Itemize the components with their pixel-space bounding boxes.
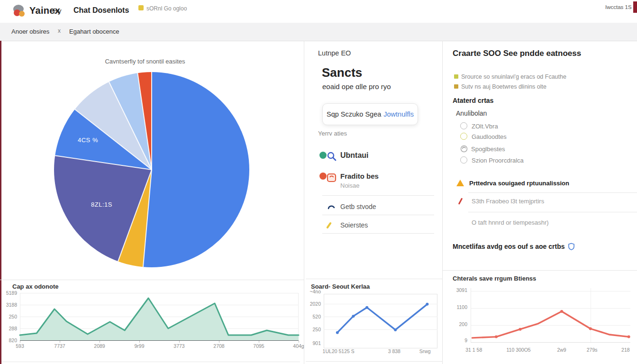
- warning-label: Prttedrva souigaed rptuunalission: [469, 180, 569, 187]
- x-tick-label: 9r99: [134, 343, 144, 349]
- warning-triangle-icon: [456, 179, 464, 187]
- legend-section-label: Yerrv aties: [318, 130, 347, 137]
- axis-tick: [60, 341, 60, 343]
- menu-item-chat[interactable]: Chat Dosenlots: [73, 6, 129, 15]
- axis-tick: [259, 341, 259, 343]
- radio-option-2[interactable]: Gaudloodtes: [460, 133, 507, 140]
- corner-accent: [633, 1, 637, 13]
- slash-row-label: S3th Fraobeo l3t temjprtirs: [472, 198, 544, 205]
- menu-item-by[interactable]: By: [53, 7, 62, 15]
- bullet-row-2: Sutv ns auj Boetwres dlinins olte: [454, 83, 546, 90]
- shield-icon: [568, 243, 575, 250]
- tab-second[interactable]: Egahart obocence: [69, 28, 119, 35]
- y-tick-label: 250: [4, 314, 17, 319]
- y-tick-label: 250: [306, 327, 321, 332]
- axis-tick: [20, 341, 20, 343]
- x-tick-label: Srwg: [419, 348, 431, 354]
- y-tick-label: 1100: [446, 304, 467, 310]
- journal-button-text: Sqp Sczuko Sgea: [327, 110, 381, 118]
- x-tick-label: 404g: [293, 343, 304, 349]
- chart-line: [324, 294, 437, 348]
- header: Yainex By Chat Dosenlots sORnl Go ogloo …: [0, 0, 637, 23]
- legend-item-1[interactable]: Ubntaui: [318, 151, 437, 163]
- pie-slice-label: 4CS %: [78, 136, 98, 144]
- legend-divider: [322, 195, 434, 196]
- slash-row[interactable]: S3th Fraobeo l3t temjprtirs: [456, 198, 627, 207]
- x-tick-label: 279s: [587, 347, 598, 353]
- warning-row[interactable]: Prttedrva souigaed rptuunalission: [456, 179, 464, 189]
- chart-line: [471, 288, 630, 342]
- x-tick-label: 7095: [253, 343, 264, 349]
- legend-divider: [322, 233, 434, 234]
- radio-option-1[interactable]: ZOlt.Vbra: [460, 122, 498, 130]
- legend-item-label: Fradito bes: [340, 172, 379, 180]
- y-tick-label: 5189: [4, 290, 17, 296]
- x-tick-label: 31 1 58: [465, 347, 482, 353]
- pie-slice-label: 8ZL:1S: [91, 201, 112, 208]
- x-tick-label: 2708: [213, 343, 224, 349]
- radio-option-3[interactable]: Spoglbestes: [460, 145, 505, 153]
- bullet-row-1: Srource so snuinlavi'g eracs od Fcauthe: [454, 73, 566, 80]
- radio-icon[interactable]: [460, 133, 467, 140]
- legend-item-label: Getb stvode: [340, 203, 376, 210]
- y-tick-label: 2020: [306, 301, 321, 307]
- y-tick-label: 3188: [4, 302, 17, 308]
- legend-item-sublabel: Noisae: [340, 182, 359, 189]
- legend-divider: [322, 215, 434, 215]
- y-tick-label: 901: [306, 340, 321, 346]
- radio-icon[interactable]: [460, 122, 467, 129]
- left-edge-accent: [0, 41, 1, 364]
- journal-button[interactable]: Sqp Sczuko Sgea Jowtnulfls: [322, 103, 418, 125]
- radio-label: Spoglbestes: [471, 146, 505, 153]
- x-tick-label: 3773: [173, 343, 184, 349]
- tab-bar: Anoer obsires x Egahart obocence: [0, 23, 637, 41]
- journal-button-link[interactable]: Jowtnulfls: [383, 110, 414, 118]
- radio-group-label: Anulibolan: [456, 109, 487, 117]
- line-chart-right: Chterals save rrgum Btienss 309111002009…: [446, 271, 637, 359]
- right-divider: [468, 212, 637, 212]
- plain-row-label: O taft hnnrd or tiempesashr): [472, 219, 549, 226]
- bag-icon: [326, 172, 337, 185]
- chart-title: Cap ax odonote: [12, 283, 59, 290]
- radio-clock-icon[interactable]: [460, 145, 468, 153]
- legend-item-label: Ubntaui: [340, 151, 369, 160]
- alerted-label: Ataterd crtas: [453, 97, 493, 104]
- bullet-square-icon: [454, 74, 458, 79]
- yandex-logo-icon: [13, 5, 26, 17]
- divider-vertical-1: [304, 41, 304, 364]
- x-tick-label: 218: [621, 347, 630, 353]
- radio-label: Gaudloodtes: [472, 133, 507, 140]
- divider-left-bottom: [0, 280, 304, 280]
- middle-subheading: eoaid ope αlle pro ryo: [322, 82, 391, 91]
- magnifier-icon: [326, 151, 337, 164]
- divider-mid-bottom: [306, 279, 442, 279]
- middle-heading: Sancts: [322, 65, 362, 80]
- bullet-label: Sutv ns auj Boetwres dlinins olte: [461, 83, 546, 90]
- legend-item-4[interactable]: Soierstes: [318, 221, 437, 231]
- x-tick-label: 2089: [94, 343, 105, 349]
- y-tick-label: 200: [446, 321, 467, 327]
- legend-item-3[interactable]: Getb stvode: [318, 202, 437, 213]
- footer-link[interactable]: Mncetlifas avdg eos ouf s aoe crtbs: [453, 243, 575, 250]
- chart-line: [20, 293, 299, 340]
- middle-kicker: Lutnpe EO: [318, 49, 351, 57]
- footer-label: Mncetlifas avdg eos ouf s aoe crtbs: [453, 243, 565, 250]
- yellow-square-icon: [138, 5, 144, 10]
- arc-icon: [327, 203, 336, 212]
- right-divider: [468, 192, 637, 193]
- radio-icon[interactable]: [460, 156, 467, 164]
- tab-first[interactable]: Anoer obsires: [11, 28, 49, 35]
- right-heading: Craarte SOO See pndde eatnoess: [453, 49, 581, 58]
- x-tick-label: 2w9: [557, 347, 566, 353]
- header-badge-label[interactable]: sORnl Go ogloo: [146, 5, 187, 12]
- close-icon[interactable]: x: [58, 27, 61, 34]
- legend-item-label: Soierstes: [340, 221, 368, 229]
- bullet-square-icon: [454, 84, 458, 89]
- y-tick-label: 820: [4, 337, 17, 343]
- legend-item-2[interactable]: Fradito bes Noisae: [318, 172, 437, 191]
- axis-tick: [299, 341, 299, 343]
- radio-option-4[interactable]: Szion Proorcdralca: [460, 156, 524, 164]
- orange-dot-icon: [319, 173, 327, 180]
- header-right-link[interactable]: Iwcctas 1S: [605, 4, 632, 10]
- pie-slice-separator: [151, 72, 152, 170]
